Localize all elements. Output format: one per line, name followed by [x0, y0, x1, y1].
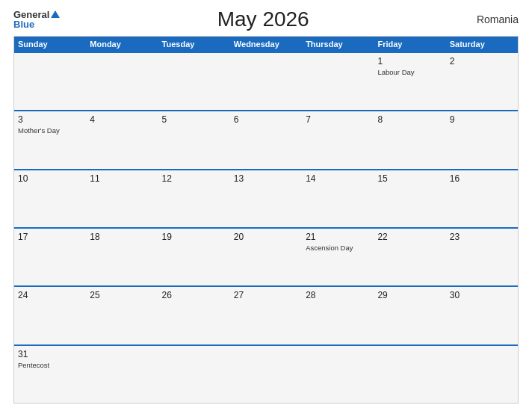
- day-cell-w3-d5: 22: [374, 229, 445, 285]
- day-event-label: Mother's Day: [18, 126, 82, 135]
- day-cell-w0-d4: [302, 53, 374, 110]
- day-number: 14: [306, 173, 370, 184]
- day-number: 3: [18, 114, 82, 125]
- day-cell-w5-d4: [302, 346, 374, 403]
- day-number: 19: [162, 232, 226, 242]
- day-number: 31: [18, 349, 82, 359]
- day-cell-w1-d4: 7: [302, 111, 374, 168]
- day-number: 24: [18, 290, 82, 300]
- day-cell-w2-d1: 11: [86, 170, 158, 227]
- day-cell-w1-d0: 3Mother's Day: [14, 111, 86, 168]
- day-cell-w5-d1: [86, 346, 158, 403]
- day-cell-w1-d2: 5: [158, 111, 230, 168]
- calendar-title: May 2026: [60, 7, 466, 31]
- page: General Blue May 2026 Romania Sunday Mon…: [0, 0, 532, 411]
- day-cell-w0-d6: 2: [446, 53, 518, 110]
- day-number: 22: [377, 232, 442, 242]
- day-cell-w2-d5: 15: [374, 170, 445, 227]
- day-cell-w0-d0: [14, 53, 86, 110]
- day-number: 26: [162, 290, 226, 300]
- day-cell-w2-d4: 14: [302, 170, 374, 227]
- day-event-label: Ascension Day: [306, 244, 370, 252]
- calendar-body: 1Labour Day23Mother's Day456789101112131…: [14, 52, 518, 403]
- day-number: 21: [306, 232, 370, 242]
- day-number: 20: [234, 232, 298, 242]
- day-cell-w4-d5: 29: [374, 287, 445, 344]
- day-cell-w2-d2: 12: [158, 170, 230, 227]
- day-cell-w5-d6: [446, 346, 518, 403]
- day-cell-w2-d6: 16: [446, 170, 518, 227]
- day-event-label: Labour Day: [377, 68, 442, 76]
- day-cell-w1-d1: 4: [86, 111, 158, 168]
- day-number: 2: [450, 56, 514, 67]
- col-wednesday: Wednesday: [230, 37, 302, 52]
- day-number: 16: [450, 173, 514, 184]
- day-number: 28: [306, 290, 370, 300]
- day-cell-w4-d4: 28: [302, 287, 374, 344]
- day-number: 5: [162, 114, 226, 125]
- day-number: 6: [234, 114, 298, 125]
- day-cell-w5-d0: 31Pentecost: [14, 346, 86, 403]
- calendar-header: Sunday Monday Tuesday Wednesday Thursday…: [14, 37, 518, 52]
- logo: General Blue: [13, 10, 60, 29]
- col-sunday: Sunday: [14, 37, 86, 52]
- day-number: 18: [90, 232, 154, 242]
- day-cell-w0-d5: 1Labour Day: [374, 53, 445, 110]
- col-friday: Friday: [374, 37, 445, 52]
- logo-triangle-icon: [51, 10, 60, 18]
- col-saturday: Saturday: [446, 37, 518, 52]
- day-cell-w1-d6: 9: [446, 111, 518, 168]
- day-number: 17: [18, 232, 82, 242]
- day-number: 4: [90, 114, 154, 125]
- day-cell-w3-d1: 18: [86, 229, 158, 285]
- day-number: 10: [18, 173, 82, 184]
- header: General Blue May 2026 Romania: [13, 7, 519, 31]
- day-number: 8: [377, 114, 442, 125]
- day-cell-w0-d2: [158, 53, 230, 110]
- day-cell-w5-d2: [158, 346, 230, 403]
- day-cell-w1-d5: 8: [374, 111, 445, 168]
- day-number: 25: [90, 290, 154, 300]
- day-cell-w2-d0: 10: [14, 170, 86, 227]
- day-cell-w5-d3: [230, 346, 302, 403]
- country-label: Romania: [466, 13, 519, 25]
- day-cell-w3-d3: 20: [230, 229, 302, 285]
- day-number: 11: [90, 173, 154, 184]
- day-number: 1: [377, 56, 442, 67]
- calendar: Sunday Monday Tuesday Wednesday Thursday…: [13, 36, 519, 404]
- day-number: 13: [234, 173, 298, 184]
- day-cell-w4-d3: 27: [230, 287, 302, 344]
- col-thursday: Thursday: [302, 37, 374, 52]
- day-number: 7: [306, 114, 370, 125]
- day-cell-w2-d3: 13: [230, 170, 302, 227]
- week-row-4: 24252627282930: [14, 285, 518, 344]
- week-row-2: 10111213141516: [14, 169, 518, 227]
- week-row-3: 1718192021Ascension Day2223: [14, 227, 518, 285]
- col-tuesday: Tuesday: [158, 37, 230, 52]
- col-monday: Monday: [86, 37, 158, 52]
- day-cell-w1-d3: 6: [230, 111, 302, 168]
- week-row-5: 31Pentecost: [14, 344, 518, 403]
- week-row-1: 3Mother's Day456789: [14, 110, 518, 168]
- day-cell-w4-d0: 24: [14, 287, 86, 344]
- day-cell-w0-d3: [230, 53, 302, 110]
- day-number: 15: [377, 173, 442, 184]
- day-cell-w3-d6: 23: [446, 229, 518, 285]
- week-row-0: 1Labour Day2: [14, 52, 518, 110]
- day-number: 12: [162, 173, 226, 184]
- day-cell-w4-d6: 30: [446, 287, 518, 344]
- day-cell-w4-d2: 26: [158, 287, 230, 344]
- day-number: 9: [450, 114, 514, 125]
- day-cell-w3-d4: 21Ascension Day: [302, 229, 374, 285]
- day-cell-w0-d1: [86, 53, 158, 110]
- day-cell-w5-d5: [374, 346, 445, 403]
- day-number: 23: [450, 232, 514, 242]
- day-cell-w4-d1: 25: [86, 287, 158, 344]
- day-number: 27: [234, 290, 298, 300]
- day-event-label: Pentecost: [18, 361, 82, 369]
- day-number: 29: [377, 290, 442, 300]
- day-cell-w3-d0: 17: [14, 229, 86, 285]
- logo-blue-text: Blue: [13, 19, 34, 29]
- day-number: 30: [450, 290, 514, 300]
- day-cell-w3-d2: 19: [158, 229, 230, 285]
